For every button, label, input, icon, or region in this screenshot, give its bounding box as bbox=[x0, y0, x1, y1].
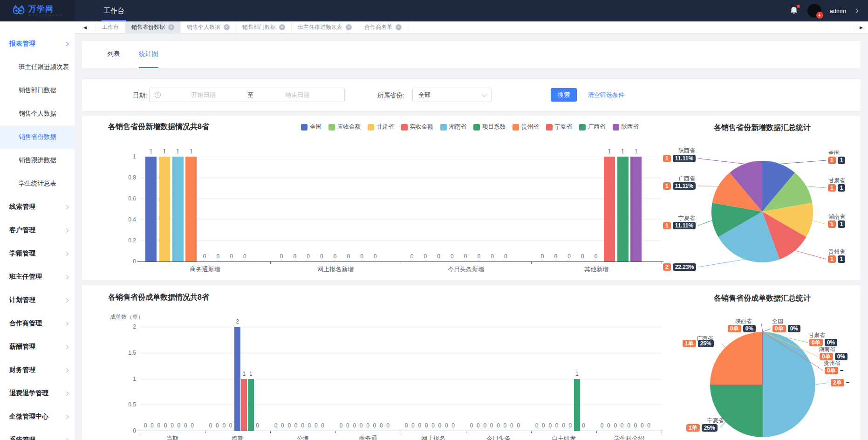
sidebar-subitem-label: 销售部门数据 bbox=[19, 86, 56, 95]
legend-color-chip bbox=[613, 124, 619, 131]
sidebar-subitem-0-5[interactable]: 学生统计总表 bbox=[0, 172, 75, 195]
bar bbox=[630, 157, 642, 261]
sidebar-subitem-0-3[interactable]: 销售省份数据 bbox=[0, 125, 75, 149]
legend-item[interactable]: 广西省 bbox=[579, 123, 606, 131]
workspace-tab-1[interactable]: 销售省份数据× bbox=[125, 21, 181, 33]
sidebar-item-4[interactable]: 班主任管理 bbox=[0, 265, 75, 289]
pie-label-name: 陕西省 bbox=[735, 317, 752, 325]
view-tab-0[interactable]: 列表 bbox=[107, 41, 120, 68]
legend-color-chip bbox=[546, 124, 553, 131]
search-button[interactable]: 搜索 bbox=[551, 88, 577, 102]
legend-item[interactable]: 湖南省 bbox=[440, 123, 467, 131]
y-axis-tick-label: 0 bbox=[120, 427, 136, 434]
sidebar-item-5[interactable]: 计划管理 bbox=[0, 289, 75, 312]
workspace-tab-5[interactable]: 合作商名单× bbox=[358, 21, 408, 33]
sidebar-item-0[interactable]: 报表管理 bbox=[0, 32, 75, 55]
workspace-tab-3[interactable]: 销售部门数据× bbox=[236, 21, 292, 33]
workspace-tab-0[interactable]: 工作台 bbox=[96, 21, 125, 33]
avatar[interactable]: + bbox=[807, 4, 821, 18]
app-logo[interactable]: 万学网 WANXUEWANG bbox=[0, 0, 75, 21]
tab-scroll-right-icon[interactable]: ▶ bbox=[854, 21, 868, 33]
zero-value-label: 0 bbox=[644, 422, 654, 429]
tab-close-icon[interactable]: × bbox=[346, 24, 352, 30]
bar-value-label: 1 bbox=[185, 148, 197, 155]
legend-item[interactable]: 实收金额 bbox=[401, 123, 433, 131]
sidebar-item-11[interactable]: 系统管理 bbox=[0, 428, 75, 440]
legend-item[interactable]: 应收金额 bbox=[328, 123, 361, 131]
legend-item[interactable]: 宁夏省 bbox=[546, 123, 573, 131]
zero-value-label: 0 bbox=[565, 253, 574, 260]
pie-label-name: 宁夏省 bbox=[658, 214, 695, 222]
pie-label-name: 湖南省 bbox=[819, 345, 835, 353]
logo-text: 万学网 bbox=[28, 5, 63, 13]
pie-label-name: 甘肃省 bbox=[828, 177, 845, 185]
sidebar-item-2[interactable]: 客户管理 bbox=[0, 219, 75, 242]
pie-chart2-title: 各销售省份成单数据汇总统计 bbox=[688, 294, 837, 303]
y-axis-name: 成单数（单） bbox=[110, 313, 144, 321]
bar bbox=[234, 327, 240, 431]
view-tab-1[interactable]: 统计图 bbox=[139, 41, 158, 68]
pie-percent-tag bbox=[846, 382, 849, 383]
main-area: ◀ 工作台销售省份数据×销售个人数据×销售部门数据×班主任跟进频次表×合作商名单… bbox=[75, 21, 868, 440]
x-axis-category-label: 公海 bbox=[270, 434, 335, 440]
sidebar-item-10[interactable]: 企微管理中心 bbox=[0, 405, 75, 428]
tab-bar: ◀ 工作台销售省份数据×销售个人数据×销售部门数据×班主任跟进频次表×合作商名单… bbox=[75, 21, 868, 34]
x-axis-category-label: 其他新增 bbox=[531, 265, 662, 274]
workspace-tab-4[interactable]: 班主任跟进频次表× bbox=[292, 21, 358, 33]
legend-item-label: 陕西省 bbox=[622, 123, 639, 131]
legend-item[interactable]: 贵州省 bbox=[513, 123, 539, 131]
sidebar-subitem-0-2[interactable]: 销售个人数据 bbox=[0, 102, 75, 125]
pie-percent-tag: 0% bbox=[788, 325, 800, 332]
sidebar-item-9[interactable]: 退费退学管理 bbox=[0, 382, 75, 405]
zero-value-label: 0 bbox=[579, 422, 588, 429]
pie-value-tag: 2 bbox=[663, 263, 671, 271]
y-axis-tick-label: 0.8 bbox=[120, 174, 136, 181]
legend-item[interactable]: 陕西省 bbox=[613, 123, 639, 131]
sidebar-item-6[interactable]: 合作商管理 bbox=[0, 312, 75, 335]
x-axis-category-label: 跨期 bbox=[205, 434, 270, 440]
pie-value-tag: 1 bbox=[663, 155, 671, 162]
y-axis-tick-label: 1 bbox=[120, 376, 136, 382]
pie-percent-tag bbox=[840, 370, 843, 371]
legend-item[interactable]: 甘肃省 bbox=[368, 123, 394, 131]
end-date-input[interactable] bbox=[255, 91, 340, 98]
nav-item-workbench[interactable]: 工作台 bbox=[98, 0, 130, 21]
pie-label-leader-line bbox=[763, 329, 771, 332]
user-menu-chevron-icon[interactable] bbox=[854, 8, 859, 13]
province-select[interactable]: 全部 bbox=[412, 88, 492, 102]
bar-value-label: 1 bbox=[245, 371, 256, 377]
tab-scroll-left-icon[interactable]: ◀ bbox=[75, 21, 96, 33]
y-axis-tick-label: 1.5 bbox=[120, 350, 136, 356]
bar bbox=[145, 157, 157, 261]
sidebar-item-1[interactable]: 线索管理 bbox=[0, 195, 75, 219]
tab-close-icon[interactable]: × bbox=[396, 24, 402, 30]
legend-color-chip bbox=[440, 124, 447, 131]
sidebar-item-label: 退费退学管理 bbox=[9, 389, 65, 398]
sidebar-item-7[interactable]: 薪酬管理 bbox=[0, 335, 75, 358]
username[interactable]: admin bbox=[830, 7, 846, 14]
workspace-tab-2[interactable]: 销售个人数据× bbox=[181, 21, 236, 33]
pie-label-leader-line bbox=[698, 158, 745, 164]
sidebar-item-3[interactable]: 学籍管理 bbox=[0, 242, 75, 265]
tab-close-icon[interactable]: × bbox=[168, 24, 174, 30]
zero-value-label: 0 bbox=[317, 253, 326, 260]
tab-close-icon[interactable]: × bbox=[279, 24, 285, 30]
legend-item[interactable]: 项目系数 bbox=[473, 123, 506, 131]
start-date-input[interactable] bbox=[161, 91, 246, 98]
tab-close-icon[interactable]: × bbox=[224, 24, 230, 30]
pie-value-tag: 1单 bbox=[686, 424, 700, 432]
sidebar-subitem-0-0[interactable]: 班主任跟进频次表 bbox=[0, 55, 75, 79]
pie-value-tag: 0单 bbox=[825, 367, 838, 374]
clear-filters-link[interactable]: 清空筛选条件 bbox=[588, 91, 624, 99]
sidebar-subitem-0-4[interactable]: 销售跟进数据 bbox=[0, 149, 75, 172]
sidebar-subitem-0-1[interactable]: 销售部门数据 bbox=[0, 79, 75, 102]
pie-percent-tag: 11.11% bbox=[673, 222, 696, 229]
pie-label-leader-line bbox=[763, 332, 808, 343]
legend-item[interactable]: 全国 bbox=[301, 123, 321, 131]
sidebar-item-8[interactable]: 财务管理 bbox=[0, 358, 75, 382]
notification-bell-icon[interactable] bbox=[789, 6, 799, 16]
zero-value-label: 0 bbox=[188, 422, 197, 429]
zero-value-label: 0 bbox=[538, 253, 547, 260]
grid-line bbox=[140, 379, 662, 379]
date-range-picker[interactable]: 至 bbox=[149, 88, 345, 102]
